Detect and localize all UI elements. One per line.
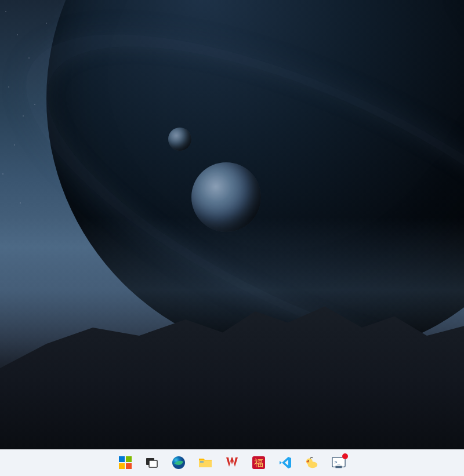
svg-rect-3 — [126, 463, 132, 469]
svg-text:福: 福 — [254, 458, 263, 468]
fu-icon: 福 — [252, 456, 266, 470]
fu-app-button[interactable]: 福 — [247, 451, 270, 474]
wallpaper-moon-small — [168, 128, 191, 151]
wps-icon — [225, 456, 239, 470]
svg-rect-0 — [119, 456, 125, 462]
svg-rect-2 — [119, 463, 125, 469]
svg-rect-5 — [149, 460, 157, 467]
desktop-wallpaper[interactable] — [0, 0, 464, 449]
svg-rect-15 — [335, 466, 342, 468]
vscode-button[interactable] — [274, 451, 297, 474]
terminal-button[interactable]: >_ — [327, 451, 350, 474]
folder-icon — [198, 456, 212, 470]
svg-text:>_: >_ — [335, 459, 340, 465]
file-explorer-button[interactable] — [194, 451, 217, 474]
task-view-icon — [145, 456, 159, 470]
vscode-icon — [278, 456, 292, 470]
duck-icon — [305, 456, 319, 470]
wps-button[interactable] — [220, 451, 244, 474]
edge-icon — [172, 456, 186, 470]
svg-rect-7 — [200, 462, 204, 463]
windows-icon — [118, 456, 132, 470]
start-button[interactable] — [114, 451, 137, 474]
duck-app-button[interactable] — [300, 451, 324, 474]
notification-badge — [342, 453, 348, 459]
task-view-button[interactable] — [140, 451, 164, 474]
edge-button[interactable] — [167, 451, 190, 474]
svg-rect-1 — [126, 456, 132, 462]
taskbar: 福 >_ — [0, 449, 464, 476]
